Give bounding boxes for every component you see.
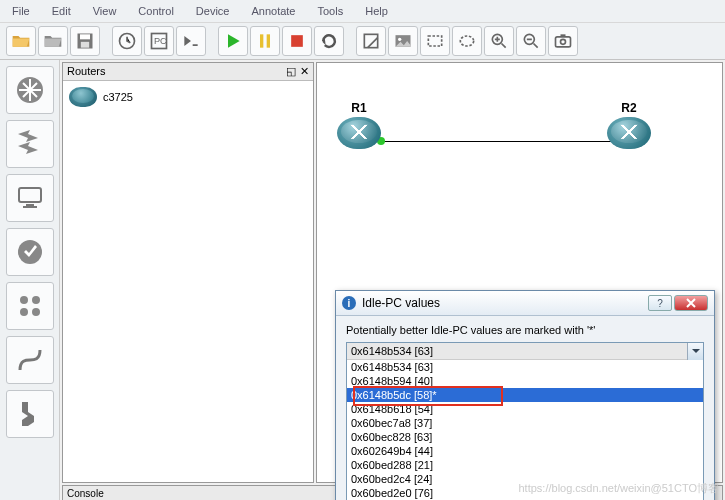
link-r1-r2[interactable] [381, 141, 617, 142]
note-button[interactable] [356, 26, 386, 56]
dialog-titlebar[interactable]: i Idle-PC values ? [336, 291, 714, 316]
svg-rect-2 [81, 42, 89, 48]
svg-point-25 [32, 296, 40, 304]
svg-rect-6 [260, 34, 263, 47]
combobox-option[interactable]: 0x6148b534 [63] [347, 360, 703, 374]
rect-button[interactable] [420, 26, 450, 56]
reload-button[interactable] [314, 26, 344, 56]
endhosts-category[interactable] [6, 174, 54, 222]
dialog-close-button[interactable] [674, 295, 708, 311]
zoomin-button[interactable] [484, 26, 514, 56]
combobox-option[interactable]: 0x60bed288 [21] [347, 458, 703, 472]
combobox-option[interactable]: 0x6148b594 [40] [347, 374, 703, 388]
idlepc-dialog: i Idle-PC values ? Potentially better Id… [335, 290, 715, 500]
zoomout-button[interactable] [516, 26, 546, 56]
open-button[interactable] [6, 26, 36, 56]
combobox-selected: 0x6148b534 [63] [347, 343, 703, 359]
stop-button[interactable] [282, 26, 312, 56]
clock-button[interactable] [112, 26, 142, 56]
save-button[interactable] [70, 26, 100, 56]
routers-category[interactable] [6, 66, 54, 114]
menu-control[interactable]: Control [134, 2, 177, 20]
dialog-title: Idle-PC values [362, 296, 642, 310]
combobox-option[interactable]: 0x602649b4 [44] [347, 444, 703, 458]
security-category[interactable] [6, 228, 54, 276]
svg-point-27 [32, 308, 40, 316]
image-button[interactable] [388, 26, 418, 56]
svg-rect-12 [428, 36, 441, 46]
routers-panel-title: Routers [67, 65, 106, 78]
node-label: R2 [607, 101, 651, 115]
svg-rect-8 [291, 35, 303, 47]
svg-text:PC: PC [154, 36, 167, 46]
svg-rect-9 [364, 34, 377, 47]
svg-rect-22 [23, 206, 37, 208]
menubar: File Edit View Control Device Annotate T… [0, 0, 725, 23]
link-category[interactable] [6, 336, 54, 384]
menu-tools[interactable]: Tools [314, 2, 348, 20]
menu-edit[interactable]: Edit [48, 2, 75, 20]
node-label: R1 [337, 101, 381, 115]
menu-help[interactable]: Help [361, 2, 392, 20]
svg-point-13 [460, 36, 473, 46]
switches-category[interactable] [6, 120, 54, 168]
dialog-hint: Potentially better Idle-PC values are ma… [346, 324, 704, 336]
menu-annotate[interactable]: Annotate [247, 2, 299, 20]
combobox-dropdown: 0x6148b534 [63]0x6148b594 [40]0x6148b5dc… [347, 359, 703, 500]
panel-close-icon[interactable]: ✕ [300, 65, 309, 78]
menu-device[interactable]: Device [192, 2, 234, 20]
svg-point-17 [561, 39, 566, 44]
pause-button[interactable] [250, 26, 280, 56]
router-icon [607, 117, 651, 149]
device-toolbar [0, 60, 60, 500]
node-r1[interactable]: R1 [337, 101, 381, 151]
ellipse-button[interactable] [452, 26, 482, 56]
svg-rect-7 [267, 34, 270, 47]
node-r2[interactable]: R2 [607, 101, 651, 151]
all-category[interactable] [6, 282, 54, 330]
dialog-help-button[interactable]: ? [648, 295, 672, 311]
watermark: https://blog.csdn.net/weixin@51CTO博客 [519, 481, 720, 496]
routers-panel: Routers ◱✕ c3725 [62, 62, 314, 483]
router-icon [337, 117, 381, 149]
idlepc-combobox[interactable]: 0x6148b534 [63] 0x6148b534 [63]0x6148b59… [346, 342, 704, 500]
svg-point-11 [398, 38, 401, 41]
console-button[interactable] [176, 26, 206, 56]
svg-rect-20 [19, 188, 41, 202]
router-template-item[interactable]: c3725 [67, 85, 309, 109]
screenshot-button[interactable] [548, 26, 578, 56]
combobox-option[interactable]: 0x60bec828 [63] [347, 430, 703, 444]
connector-tool[interactable] [6, 390, 54, 438]
svg-rect-16 [556, 37, 571, 47]
combobox-option[interactable]: 0x60bec7a8 [37] [347, 416, 703, 430]
panel-float-icon[interactable]: ◱ [286, 65, 296, 78]
menu-file[interactable]: File [8, 2, 34, 20]
combobox-option[interactable]: 0x6148b618 [54] [347, 402, 703, 416]
combobox-arrow-icon[interactable] [687, 343, 703, 360]
svg-rect-21 [26, 204, 34, 206]
combobox-option[interactable]: 0x6148b5dc [58]* [347, 388, 703, 402]
open2-button[interactable] [38, 26, 68, 56]
dialog-icon: i [342, 296, 356, 310]
play-button[interactable] [218, 26, 248, 56]
svg-point-24 [20, 296, 28, 304]
svg-rect-18 [561, 34, 566, 37]
main-toolbar: PC [0, 23, 725, 60]
svg-rect-1 [80, 34, 90, 39]
router-template-label: c3725 [103, 91, 133, 103]
menu-view[interactable]: View [89, 2, 121, 20]
idlepc-button[interactable]: PC [144, 26, 174, 56]
svg-point-26 [20, 308, 28, 316]
router-icon [69, 87, 97, 107]
